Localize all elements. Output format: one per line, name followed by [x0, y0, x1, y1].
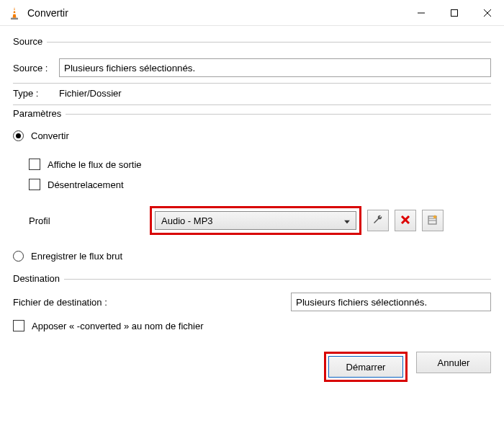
append-converted-row[interactable]: Apposer « -converted » au nom de fichier: [13, 320, 491, 331]
show-output-checkbox[interactable]: [29, 159, 40, 170]
svg-rect-2: [13, 13, 16, 14]
dest-file-input[interactable]: [291, 293, 491, 311]
cancel-button-label: Annuler: [438, 357, 470, 368]
profile-label: Profil: [29, 215, 150, 226]
dialog-buttons: Démarrer Annuler: [13, 352, 491, 382]
start-button[interactable]: Démarrer: [328, 356, 403, 378]
show-output-check-row[interactable]: Affiche le flux de sortie: [29, 159, 491, 170]
titlebar: Convertir: [0, 0, 504, 26]
window-title: Convertir: [27, 7, 68, 19]
append-converted-checkbox[interactable]: [13, 320, 24, 331]
source-label: Source :: [13, 63, 59, 74]
close-button[interactable]: [471, 0, 504, 26]
convert-radio-label: Convertir: [31, 130, 69, 141]
dump-raw-label: Enregistrer le flux brut: [31, 251, 122, 262]
cancel-button[interactable]: Annuler: [416, 352, 491, 373]
start-button-highlight: Démarrer: [324, 352, 408, 382]
minimize-button[interactable]: [405, 0, 438, 26]
deinterlace-check-row[interactable]: Désentrelacement: [29, 179, 491, 190]
new-profile-button[interactable]: [422, 210, 444, 231]
svg-rect-1: [14, 9, 16, 11]
wrench-icon: [372, 214, 384, 228]
source-input[interactable]: [59, 58, 491, 77]
vlc-cone-icon: [7, 6, 22, 20]
profile-selected: Audio - MP3: [161, 215, 213, 226]
svg-rect-0: [11, 17, 18, 19]
type-value: Fichier/Dossier: [59, 88, 122, 99]
convert-radio[interactable]: [13, 130, 24, 141]
delete-profile-button[interactable]: [395, 210, 416, 231]
deinterlace-checkbox[interactable]: [29, 179, 40, 190]
source-group-title: Source: [13, 36, 47, 47]
start-button-label: Démarrer: [346, 362, 386, 373]
settings-group: Paramètres Convertir Affiche le flux de …: [13, 114, 491, 262]
maximize-button[interactable]: [438, 0, 471, 26]
destination-group: Destination Fichier de destination : App…: [13, 279, 491, 331]
svg-rect-4: [451, 9, 458, 16]
append-converted-label: Apposer « -converted » au nom de fichier: [32, 321, 203, 331]
dump-raw-radio[interactable]: [13, 251, 24, 262]
profile-combobox[interactable]: Audio - MP3: [155, 211, 356, 230]
convert-radio-row[interactable]: Convertir: [13, 130, 491, 141]
edit-profile-button[interactable]: [367, 210, 389, 231]
chevron-down-icon: [344, 215, 350, 226]
dump-raw-radio-row[interactable]: Enregistrer le flux brut: [13, 251, 491, 262]
settings-group-title: Paramètres: [13, 108, 66, 119]
profile-highlight: Audio - MP3: [150, 206, 361, 235]
deinterlace-label: Désentrelacement: [48, 179, 124, 190]
destination-group-title: Destination: [13, 273, 64, 284]
dest-file-label: Fichier de destination :: [13, 297, 107, 308]
show-output-label: Affiche le flux de sortie: [48, 159, 142, 170]
new-profile-icon: [427, 214, 438, 228]
type-label: Type :: [13, 88, 59, 99]
source-group: Source Source : Type : Fichier/Dossier: [13, 42, 491, 105]
delete-icon: [400, 215, 410, 227]
